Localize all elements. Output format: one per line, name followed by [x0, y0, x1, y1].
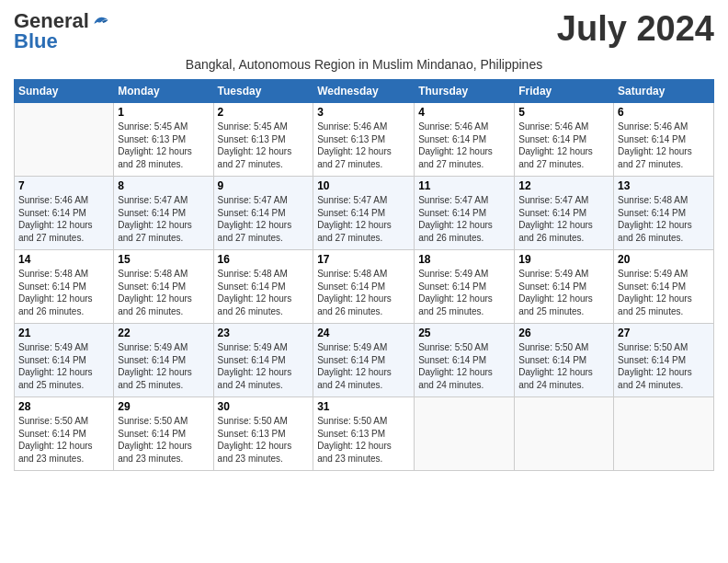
day-info: Sunrise: 5:46 AM Sunset: 6:13 PM Dayligh…	[317, 121, 410, 170]
day-info: Sunrise: 5:49 AM Sunset: 6:14 PM Dayligh…	[218, 341, 310, 391]
day-number: 20	[618, 253, 710, 266]
day-number: 18	[418, 253, 510, 266]
day-number: 7	[18, 179, 109, 192]
day-info: Sunrise: 5:48 AM Sunset: 6:14 PM Dayligh…	[118, 268, 209, 317]
month-title: July 2024	[557, 9, 714, 49]
day-info: Sunrise: 5:46 AM Sunset: 6:14 PM Dayligh…	[518, 121, 609, 170]
day-number: 3	[317, 106, 410, 119]
calendar-cell: 31Sunrise: 5:50 AM Sunset: 6:13 PM Dayli…	[313, 397, 415, 471]
logo-blue-text: Blue	[14, 29, 58, 53]
day-info: Sunrise: 5:46 AM Sunset: 6:14 PM Dayligh…	[18, 194, 109, 244]
calendar-cell: 15Sunrise: 5:48 AM Sunset: 6:14 PM Dayli…	[114, 250, 213, 324]
col-header-saturday: Saturday	[614, 80, 714, 103]
calendar-cell: 30Sunrise: 5:50 AM Sunset: 6:13 PM Dayli…	[213, 397, 313, 471]
day-number: 29	[118, 400, 209, 413]
day-number: 21	[18, 327, 109, 339]
calendar-cell: 9Sunrise: 5:47 AM Sunset: 6:14 PM Daylig…	[213, 177, 313, 250]
day-info: Sunrise: 5:50 AM Sunset: 6:13 PM Dayligh…	[317, 415, 410, 465]
day-info: Sunrise: 5:50 AM Sunset: 6:13 PM Dayligh…	[218, 415, 310, 465]
bird-icon	[91, 12, 109, 30]
day-info: Sunrise: 5:47 AM Sunset: 6:14 PM Dayligh…	[418, 194, 510, 244]
day-info: Sunrise: 5:48 AM Sunset: 6:14 PM Dayligh…	[218, 268, 310, 317]
header-section: General Blue July 2024	[14, 9, 714, 53]
day-number: 12	[518, 179, 609, 192]
day-info: Sunrise: 5:46 AM Sunset: 6:14 PM Dayligh…	[418, 121, 510, 170]
calendar-cell: 25Sunrise: 5:50 AM Sunset: 6:14 PM Dayli…	[415, 324, 515, 397]
calendar-cell: 3Sunrise: 5:46 AM Sunset: 6:13 PM Daylig…	[313, 103, 415, 177]
day-info: Sunrise: 5:45 AM Sunset: 6:13 PM Dayligh…	[218, 121, 310, 170]
day-number: 11	[418, 179, 510, 192]
day-number: 28	[18, 400, 109, 413]
day-number: 17	[317, 253, 410, 266]
day-info: Sunrise: 5:49 AM Sunset: 6:14 PM Dayligh…	[118, 341, 209, 391]
location-title: Bangkal, Autonomous Region in Muslim Min…	[14, 57, 714, 72]
calendar-week-row: 14Sunrise: 5:48 AM Sunset: 6:14 PM Dayli…	[15, 250, 714, 324]
calendar-cell: 29Sunrise: 5:50 AM Sunset: 6:14 PM Dayli…	[114, 397, 213, 471]
calendar-cell: 4Sunrise: 5:46 AM Sunset: 6:14 PM Daylig…	[415, 103, 515, 177]
calendar-cell: 10Sunrise: 5:47 AM Sunset: 6:14 PM Dayli…	[313, 177, 415, 250]
day-info: Sunrise: 5:45 AM Sunset: 6:13 PM Dayligh…	[118, 121, 209, 170]
calendar-cell: 8Sunrise: 5:47 AM Sunset: 6:14 PM Daylig…	[114, 177, 213, 250]
calendar-week-row: 21Sunrise: 5:49 AM Sunset: 6:14 PM Dayli…	[15, 324, 714, 397]
day-info: Sunrise: 5:50 AM Sunset: 6:14 PM Dayligh…	[618, 341, 710, 391]
col-header-tuesday: Tuesday	[213, 80, 313, 103]
day-number: 5	[518, 106, 609, 119]
day-info: Sunrise: 5:50 AM Sunset: 6:14 PM Dayligh…	[18, 415, 109, 465]
day-info: Sunrise: 5:47 AM Sunset: 6:14 PM Dayligh…	[118, 194, 209, 244]
day-info: Sunrise: 5:46 AM Sunset: 6:14 PM Dayligh…	[618, 121, 710, 170]
day-info: Sunrise: 5:47 AM Sunset: 6:14 PM Dayligh…	[518, 194, 609, 244]
day-number: 31	[317, 400, 410, 413]
day-number: 16	[218, 253, 310, 266]
calendar-cell: 28Sunrise: 5:50 AM Sunset: 6:14 PM Dayli…	[15, 397, 114, 471]
day-number: 4	[418, 106, 510, 119]
col-header-monday: Monday	[114, 80, 213, 103]
calendar-cell: 6Sunrise: 5:46 AM Sunset: 6:14 PM Daylig…	[614, 103, 714, 177]
day-info: Sunrise: 5:49 AM Sunset: 6:14 PM Dayligh…	[317, 341, 410, 391]
calendar-cell	[614, 397, 714, 471]
calendar-cell: 12Sunrise: 5:47 AM Sunset: 6:14 PM Dayli…	[515, 177, 614, 250]
calendar-cell: 18Sunrise: 5:49 AM Sunset: 6:14 PM Dayli…	[415, 250, 515, 324]
calendar-cell	[515, 397, 614, 471]
day-number: 27	[618, 327, 710, 339]
day-number: 25	[418, 327, 510, 339]
calendar-week-row: 1Sunrise: 5:45 AM Sunset: 6:13 PM Daylig…	[15, 103, 714, 177]
day-info: Sunrise: 5:50 AM Sunset: 6:14 PM Dayligh…	[118, 415, 209, 465]
day-info: Sunrise: 5:48 AM Sunset: 6:14 PM Dayligh…	[618, 194, 710, 244]
day-number: 22	[118, 327, 209, 339]
logo: General Blue	[14, 9, 109, 53]
col-header-friday: Friday	[515, 80, 614, 103]
day-number: 1	[118, 106, 209, 119]
calendar-cell: 21Sunrise: 5:49 AM Sunset: 6:14 PM Dayli…	[15, 324, 114, 397]
day-number: 9	[218, 179, 310, 192]
day-number: 23	[218, 327, 310, 339]
day-number: 19	[518, 253, 609, 266]
col-header-sunday: Sunday	[15, 80, 114, 103]
day-number: 10	[317, 179, 410, 192]
calendar-cell: 17Sunrise: 5:48 AM Sunset: 6:14 PM Dayli…	[313, 250, 415, 324]
day-info: Sunrise: 5:49 AM Sunset: 6:14 PM Dayligh…	[18, 341, 109, 391]
day-info: Sunrise: 5:47 AM Sunset: 6:14 PM Dayligh…	[218, 194, 310, 244]
day-number: 26	[518, 327, 609, 339]
calendar-cell: 14Sunrise: 5:48 AM Sunset: 6:14 PM Dayli…	[15, 250, 114, 324]
day-info: Sunrise: 5:49 AM Sunset: 6:14 PM Dayligh…	[418, 268, 510, 317]
calendar-cell	[415, 397, 515, 471]
day-info: Sunrise: 5:49 AM Sunset: 6:14 PM Dayligh…	[518, 268, 609, 317]
calendar-cell: 16Sunrise: 5:48 AM Sunset: 6:14 PM Dayli…	[213, 250, 313, 324]
calendar-cell: 13Sunrise: 5:48 AM Sunset: 6:14 PM Dayli…	[614, 177, 714, 250]
calendar-cell	[15, 103, 114, 177]
calendar-header-row: SundayMondayTuesdayWednesdayThursdayFrid…	[15, 80, 714, 103]
day-info: Sunrise: 5:48 AM Sunset: 6:14 PM Dayligh…	[317, 268, 410, 317]
day-number: 6	[618, 106, 710, 119]
day-number: 2	[218, 106, 310, 119]
day-info: Sunrise: 5:49 AM Sunset: 6:14 PM Dayligh…	[618, 268, 710, 317]
day-info: Sunrise: 5:50 AM Sunset: 6:14 PM Dayligh…	[418, 341, 510, 391]
day-number: 13	[618, 179, 710, 192]
calendar-cell: 1Sunrise: 5:45 AM Sunset: 6:13 PM Daylig…	[114, 103, 213, 177]
calendar-cell: 5Sunrise: 5:46 AM Sunset: 6:14 PM Daylig…	[515, 103, 614, 177]
calendar-cell: 23Sunrise: 5:49 AM Sunset: 6:14 PM Dayli…	[213, 324, 313, 397]
day-number: 8	[118, 179, 209, 192]
calendar-cell: 27Sunrise: 5:50 AM Sunset: 6:14 PM Dayli…	[614, 324, 714, 397]
calendar-cell: 11Sunrise: 5:47 AM Sunset: 6:14 PM Dayli…	[415, 177, 515, 250]
day-info: Sunrise: 5:50 AM Sunset: 6:14 PM Dayligh…	[518, 341, 609, 391]
calendar-cell: 22Sunrise: 5:49 AM Sunset: 6:14 PM Dayli…	[114, 324, 213, 397]
